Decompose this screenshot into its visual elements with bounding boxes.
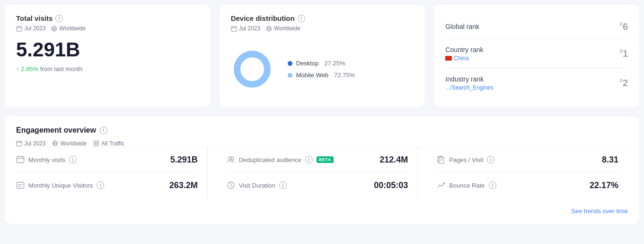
global-rank-num: 6 [623, 21, 628, 32]
monthly-visits-icon [16, 155, 25, 164]
desktop-percent: 27.25% [324, 60, 345, 67]
country-rank-sublabel: China [445, 55, 483, 62]
engagement-info-icon[interactable]: i [100, 127, 107, 134]
svg-rect-27 [97, 144, 99, 146]
china-flag [445, 56, 452, 61]
industry-link[interactable]: .../Search_Engines [445, 84, 493, 91]
country-rank-label: Country rank [445, 46, 483, 54]
beta-badge: BETA [317, 156, 334, 163]
bounce-rate-left: Bounce Rate i [437, 181, 496, 190]
device-dist-date: Jul 2023 [231, 25, 260, 32]
device-dist-subtitle: Jul 2023 Worldwide [231, 25, 414, 32]
mobile-label: Mobile Web [296, 72, 328, 79]
change-text: from last month [40, 65, 83, 72]
device-dist-title: Device distribution i [231, 14, 414, 22]
visit-duration-value: 00:05:03 [374, 181, 408, 190]
total-visits-region: Worldwide [51, 25, 86, 32]
monthly-visits-value: 5.291B [170, 155, 198, 165]
device-dist-region: Worldwide [266, 25, 300, 32]
engagement-title: Engagement overview [16, 126, 96, 135]
svg-rect-7 [231, 26, 237, 31]
dedup-value: 212.4M [379, 155, 408, 165]
pages-visit-left: Pages / Visit i [437, 155, 494, 164]
china-link[interactable]: China [454, 55, 468, 62]
globe-icon3 [52, 140, 58, 146]
monthly-visits-metric: Monthly visits i 5.291B [16, 147, 198, 173]
industry-rank-sublabel: .../Search_Engines [445, 84, 493, 91]
visit-duration-label: Visit Duration [239, 182, 275, 189]
svg-rect-28 [17, 157, 24, 163]
monthly-visits-info[interactable]: i [69, 156, 77, 163]
engagement-date: Jul 2023 [16, 140, 45, 147]
change-percent: ↑ 2.85% [16, 65, 38, 72]
visit-duration-info[interactable]: i [279, 181, 287, 189]
monthly-unique-left: Monthly Unique Visitors i [16, 181, 104, 190]
total-visits-info-icon[interactable]: i [55, 15, 63, 22]
metrics-col-1: Monthly visits i 5.291B Monthly Unique V… [16, 147, 208, 198]
desktop-label: Desktop [296, 60, 319, 67]
engagement-header: Engagement overview i [16, 126, 628, 135]
see-trends-link[interactable]: See trends over time [571, 208, 628, 215]
country-rank-row: Country rank China #1 [445, 39, 628, 69]
industry-rank-label: Industry rank [445, 75, 493, 83]
pages-visit-value: 8.31 [602, 155, 618, 165]
donut-chart [231, 48, 273, 90]
mobile-legend-item: Mobile Web 72.75% [288, 72, 355, 79]
dedup-info[interactable]: i [305, 156, 313, 163]
device-distribution-card: Device distribution i Jul 2023 Worldwide [220, 5, 425, 107]
calendar-icon2 [231, 26, 237, 32]
industry-rank-value: #2 [619, 77, 628, 89]
bounce-rate-info[interactable]: i [489, 181, 496, 189]
industry-rank-row: Industry rank .../Search_Engines #2 [445, 69, 628, 98]
svg-rect-32 [17, 182, 24, 189]
bounce-rate-label: Bounce Rate [449, 182, 485, 189]
dedup-audience-left: Deduplicated audience i BETA [227, 155, 334, 164]
svg-rect-17 [17, 141, 22, 146]
bounce-icon [437, 181, 445, 190]
total-visits-label: Total visits [16, 14, 53, 22]
timer-icon [227, 181, 235, 190]
device-dist-info-icon[interactable]: i [298, 15, 305, 22]
svg-point-16 [241, 58, 264, 81]
bounce-rate-value: 22.17% [590, 181, 618, 190]
engagement-region: Worldwide [52, 140, 87, 147]
monthly-visits-label: Monthly visits [28, 156, 65, 163]
visit-duration-metric: Visit Duration i 00:05:03 [227, 173, 408, 198]
desktop-dot [288, 61, 292, 66]
engagement-section: Engagement overview i Jul 2023 Worldwide… [5, 117, 639, 224]
dedup-icon [227, 155, 235, 164]
donut-svg [231, 48, 273, 90]
calendar-icon [16, 26, 22, 32]
svg-rect-26 [94, 144, 96, 146]
dedup-label: Deduplicated audience [239, 156, 301, 163]
desktop-legend-item: Desktop 27.25% [288, 60, 355, 67]
svg-rect-25 [97, 141, 99, 143]
monthly-visits-left: Monthly visits i [16, 155, 77, 164]
total-visits-change: ↑ 2.85% from last month [16, 65, 199, 72]
metrics-col-2: Deduplicated audience i BETA 212.4M Visi… [217, 147, 418, 198]
globe-icon [51, 26, 57, 32]
svg-rect-24 [94, 141, 96, 143]
total-visits-subtitle: Jul 2023 Worldwide [16, 25, 199, 32]
metrics-col-3: Pages / Visit i 8.31 Bounce Rate i 22.17… [427, 147, 628, 198]
footer-row: See trends over time [16, 203, 628, 215]
monthly-unique-metric: Monthly Unique Visitors i 263.2M [16, 173, 198, 198]
pages-visit-label: Pages / Visit [449, 156, 483, 163]
metrics-wrapper: Monthly visits i 5.291B Monthly Unique V… [16, 147, 628, 198]
pages-visit-info[interactable]: i [487, 156, 494, 163]
total-visits-date: Jul 2023 [16, 25, 45, 32]
globe-icon2 [266, 26, 272, 32]
traffic-icon [93, 140, 99, 146]
country-rank-num: 1 [623, 48, 628, 59]
pages-icon [437, 155, 445, 164]
mobile-percent: 72.75% [334, 72, 355, 79]
svg-line-39 [231, 185, 232, 186]
calendar-icon3 [16, 140, 22, 146]
global-rank-row: Global rank #6 [445, 14, 628, 39]
dedup-audience-metric: Deduplicated audience i BETA 212.4M [227, 147, 408, 173]
total-visits-value: 5.291B [16, 38, 199, 61]
device-content: Desktop 27.25% Mobile Web 72.75% [231, 41, 414, 98]
monthly-unique-info[interactable]: i [97, 181, 104, 189]
industry-rank-num: 2 [623, 78, 628, 88]
total-visits-card: Total visits i Jul 2023 Worldwide 5.291B… [5, 5, 210, 107]
